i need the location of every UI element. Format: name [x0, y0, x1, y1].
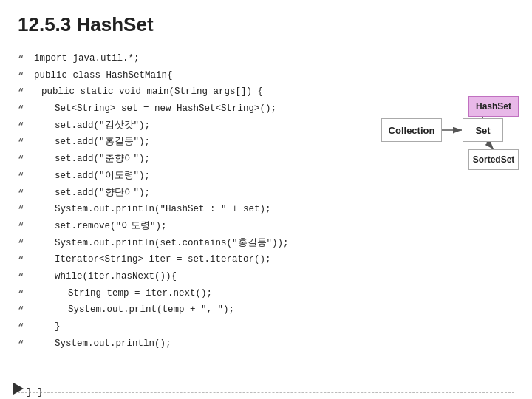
code-text: System.out.println(set.contains("홍길동")); — [34, 236, 289, 250]
code-text: set.add("김삿갓"); — [34, 119, 150, 133]
bullet: “ — [18, 220, 30, 236]
diagram-section: Collection Set HashSet SortedSet — [374, 52, 514, 353]
set-label: Set — [475, 125, 490, 136]
code-line: “set.add("이도령"); — [18, 169, 374, 186]
code-line: “System.out.print(temp + ", "); — [18, 303, 374, 320]
content-area: “import java.util.*;“public class HashSe… — [18, 52, 514, 353]
code-text: Set<String> set = new HashSet<String>(); — [34, 102, 276, 116]
code-line: “set.add("춘향이"); — [18, 152, 374, 169]
code-line: “Iterator<String> iter = set.iterator(); — [18, 253, 374, 270]
bullet: “ — [18, 86, 30, 102]
code-text: System.out.println(); — [34, 337, 171, 351]
code-text: System.out.println("HashSet : " + set); — [34, 202, 271, 216]
code-line: “while(iter.hasNext()){ — [18, 270, 374, 287]
bullet: “ — [18, 153, 30, 169]
bullet: “ — [18, 304, 30, 320]
code-text: while(iter.hasNext()){ — [34, 270, 177, 284]
code-text: String temp = iter.next(); — [34, 287, 212, 301]
code-text: System.out.print(temp + ", "); — [34, 303, 234, 317]
bullet: “ — [18, 287, 30, 304]
play-button[interactable] — [13, 383, 24, 395]
set-box: Set — [463, 118, 503, 142]
svg-line-3 — [487, 142, 494, 149]
code-text: import java.util.*; — [34, 52, 140, 66]
bullet: “ — [18, 170, 30, 186]
code-text: set.add("향단이"); — [34, 186, 150, 200]
code-text: public class HashSetMain{ — [34, 69, 173, 83]
code-line: “public class HashSetMain{ — [18, 69, 374, 86]
bullet: “ — [18, 203, 30, 219]
code-section: “import java.util.*;“public class HashSe… — [18, 52, 374, 353]
code-line: “System.out.println(); — [18, 337, 374, 354]
collection-box: Collection — [381, 118, 442, 142]
code-text: } — [34, 320, 61, 334]
collection-label: Collection — [389, 125, 435, 136]
bullet: “ — [18, 338, 30, 354]
footer-line — [18, 392, 514, 393]
code-text: set.add("춘향이"); — [34, 152, 150, 166]
page-title: 12.5.3 HashSet — [18, 13, 514, 41]
hashset-label: HashSet — [476, 101, 511, 112]
code-text: Iterator<String> iter = set.iterator(); — [34, 253, 271, 267]
sortedset-label: SortedSet — [473, 154, 515, 165]
diagram-container: Collection Set HashSet SortedSet — [381, 96, 522, 244]
bullet: “ — [18, 120, 30, 136]
bullet: “ — [18, 52, 30, 69]
bullet: “ — [18, 253, 30, 270]
bullet: “ — [18, 69, 30, 86]
code-line: “import java.util.*; — [18, 52, 374, 69]
code-line: “set.add("향단이"); — [18, 186, 374, 203]
code-line: “public static void main(String args[]) … — [18, 85, 374, 102]
code-line: “set.remove("이도령"); — [18, 219, 374, 236]
bullet: “ — [18, 270, 30, 287]
code-line: “System.out.println("HashSet : " + set); — [18, 202, 374, 219]
bullet: “ — [18, 187, 30, 203]
code-line: “set.add("김삿갓"); — [18, 119, 374, 136]
bullet: “ — [18, 237, 30, 253]
code-line: “System.out.println(set.contains("홍길동"))… — [18, 236, 374, 253]
code-line: “set.add("홍길동"); — [18, 135, 374, 152]
bullet: “ — [18, 321, 30, 337]
bullet: “ — [18, 103, 30, 119]
code-line: “Set<String> set = new HashSet<String>()… — [18, 102, 374, 119]
code-line: “} — [18, 320, 374, 337]
page: 12.5.3 HashSet “import java.util.*;“publ… — [0, 0, 532, 399]
code-text: set.remove("이도령"); — [34, 219, 167, 233]
sortedset-box: SortedSet — [468, 149, 519, 170]
code-text: public static void main(String args[]) { — [34, 85, 263, 99]
code-text: set.add("홍길동"); — [34, 135, 150, 149]
hashset-box: HashSet — [468, 96, 519, 117]
bullet: “ — [18, 136, 30, 152]
code-text: set.add("이도령"); — [34, 169, 150, 183]
bottom-code: } } — [27, 387, 44, 398]
code-line: “String temp = iter.next(); — [18, 287, 374, 304]
